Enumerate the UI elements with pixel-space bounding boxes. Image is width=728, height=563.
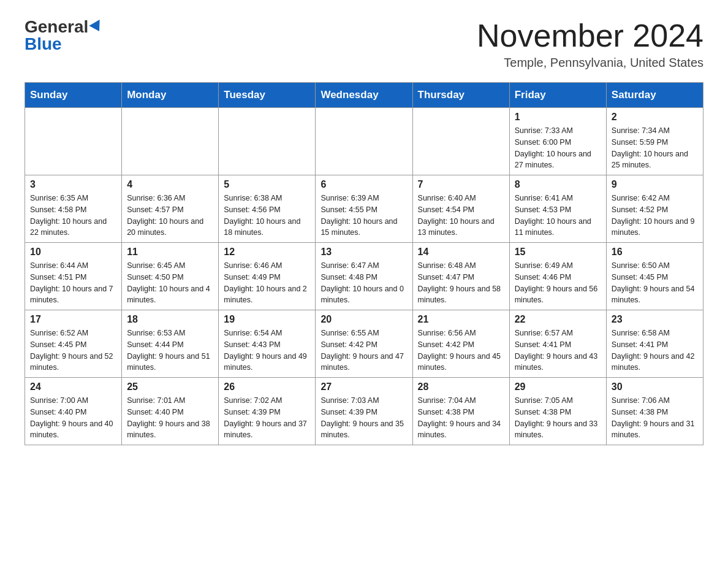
weekday-header-sunday: Sunday (25, 83, 122, 108)
calendar-cell: 12Sunrise: 6:46 AMSunset: 4:49 PMDayligh… (219, 243, 316, 310)
calendar-week-2: 3Sunrise: 6:35 AMSunset: 4:58 PMDaylight… (25, 175, 703, 243)
day-info: Sunrise: 6:50 AMSunset: 4:45 PMDaylight:… (612, 260, 698, 306)
day-info: Sunrise: 6:58 AMSunset: 4:41 PMDaylight:… (612, 327, 698, 373)
calendar-cell: 15Sunrise: 6:49 AMSunset: 4:46 PMDayligh… (509, 243, 606, 310)
day-number: 21 (418, 314, 504, 325)
day-info: Sunrise: 7:05 AMSunset: 4:38 PMDaylight:… (515, 395, 601, 441)
calendar-cell: 1Sunrise: 7:33 AMSunset: 6:00 PMDaylight… (509, 108, 606, 175)
calendar-week-5: 24Sunrise: 7:00 AMSunset: 4:40 PMDayligh… (25, 378, 703, 445)
calendar-header: SundayMondayTuesdayWednesdayThursdayFrid… (25, 83, 703, 108)
calendar-cell: 2Sunrise: 7:34 AMSunset: 5:59 PMDaylight… (606, 108, 703, 175)
calendar-cell: 6Sunrise: 6:39 AMSunset: 4:55 PMDaylight… (316, 175, 412, 243)
logo: General Blue (25, 18, 103, 53)
weekday-header-monday: Monday (122, 83, 219, 108)
day-info: Sunrise: 6:36 AMSunset: 4:57 PMDaylight:… (127, 193, 213, 239)
weekday-header-saturday: Saturday (606, 83, 703, 108)
day-info: Sunrise: 7:04 AMSunset: 4:38 PMDaylight:… (418, 395, 504, 441)
day-number: 1 (515, 112, 601, 123)
day-info: Sunrise: 7:01 AMSunset: 4:40 PMDaylight:… (127, 395, 213, 441)
day-info: Sunrise: 6:41 AMSunset: 4:53 PMDaylight:… (515, 193, 601, 239)
calendar-week-4: 17Sunrise: 6:52 AMSunset: 4:45 PMDayligh… (25, 310, 703, 378)
day-info: Sunrise: 6:49 AMSunset: 4:46 PMDaylight:… (515, 260, 601, 306)
day-info: Sunrise: 6:46 AMSunset: 4:49 PMDaylight:… (224, 260, 310, 306)
calendar-cell: 29Sunrise: 7:05 AMSunset: 4:38 PMDayligh… (509, 378, 606, 445)
day-number: 17 (30, 314, 116, 325)
calendar-cell: 11Sunrise: 6:45 AMSunset: 4:50 PMDayligh… (122, 243, 219, 310)
day-info: Sunrise: 6:53 AMSunset: 4:44 PMDaylight:… (127, 327, 213, 373)
calendar-cell: 27Sunrise: 7:03 AMSunset: 4:39 PMDayligh… (316, 378, 412, 445)
day-number: 25 (127, 381, 213, 393)
calendar-cell: 22Sunrise: 6:57 AMSunset: 4:41 PMDayligh… (509, 310, 606, 378)
day-info: Sunrise: 6:35 AMSunset: 4:58 PMDaylight:… (30, 193, 116, 239)
logo-triangle-icon (89, 20, 105, 34)
day-number: 27 (320, 381, 407, 393)
calendar-cell: 26Sunrise: 7:02 AMSunset: 4:39 PMDayligh… (219, 378, 316, 445)
calendar-cell: 5Sunrise: 6:38 AMSunset: 4:56 PMDaylight… (219, 175, 316, 243)
weekday-header-tuesday: Tuesday (219, 83, 316, 108)
weekday-header-row: SundayMondayTuesdayWednesdayThursdayFrid… (25, 83, 703, 108)
weekday-header-thursday: Thursday (412, 83, 509, 108)
day-number: 3 (30, 179, 116, 190)
day-number: 5 (224, 179, 310, 190)
calendar-cell (316, 108, 412, 175)
day-number: 16 (612, 247, 698, 258)
day-info: Sunrise: 7:00 AMSunset: 4:40 PMDaylight:… (30, 395, 116, 441)
day-info: Sunrise: 7:33 AMSunset: 6:00 PMDaylight:… (515, 125, 601, 171)
day-number: 14 (418, 247, 504, 258)
calendar-cell: 16Sunrise: 6:50 AMSunset: 4:45 PMDayligh… (606, 243, 703, 310)
logo-general-text: General (25, 18, 88, 36)
title-section: November 2024 Temple, Pennsylvania, Unit… (477, 18, 703, 70)
day-number: 19 (224, 314, 310, 325)
day-number: 10 (30, 247, 116, 258)
calendar-cell: 8Sunrise: 6:41 AMSunset: 4:53 PMDaylight… (509, 175, 606, 243)
day-number: 13 (320, 247, 407, 258)
day-number: 22 (515, 314, 601, 325)
calendar-cell: 23Sunrise: 6:58 AMSunset: 4:41 PMDayligh… (606, 310, 703, 378)
day-info: Sunrise: 6:44 AMSunset: 4:51 PMDaylight:… (30, 260, 116, 306)
day-info: Sunrise: 6:56 AMSunset: 4:42 PMDaylight:… (418, 327, 504, 373)
day-info: Sunrise: 6:54 AMSunset: 4:43 PMDaylight:… (224, 327, 310, 373)
day-info: Sunrise: 6:55 AMSunset: 4:42 PMDaylight:… (320, 327, 407, 373)
day-info: Sunrise: 6:47 AMSunset: 4:48 PMDaylight:… (320, 260, 407, 306)
day-info: Sunrise: 6:52 AMSunset: 4:45 PMDaylight:… (30, 327, 116, 373)
day-info: Sunrise: 6:45 AMSunset: 4:50 PMDaylight:… (127, 260, 213, 306)
day-number: 6 (320, 179, 407, 190)
day-number: 15 (515, 247, 601, 258)
day-number: 2 (612, 112, 698, 123)
calendar-week-1: 1Sunrise: 7:33 AMSunset: 6:00 PMDaylight… (25, 108, 703, 175)
day-number: 20 (320, 314, 407, 325)
day-info: Sunrise: 6:39 AMSunset: 4:55 PMDaylight:… (320, 193, 407, 239)
calendar-cell: 3Sunrise: 6:35 AMSunset: 4:58 PMDaylight… (25, 175, 122, 243)
calendar-cell (412, 108, 509, 175)
calendar-cell (122, 108, 219, 175)
day-info: Sunrise: 6:48 AMSunset: 4:47 PMDaylight:… (418, 260, 504, 306)
day-info: Sunrise: 7:02 AMSunset: 4:39 PMDaylight:… (224, 395, 310, 441)
calendar-cell: 18Sunrise: 6:53 AMSunset: 4:44 PMDayligh… (122, 310, 219, 378)
calendar-cell: 14Sunrise: 6:48 AMSunset: 4:47 PMDayligh… (412, 243, 509, 310)
day-number: 24 (30, 381, 116, 393)
day-number: 26 (224, 381, 310, 393)
location-text: Temple, Pennsylvania, United States (477, 56, 703, 70)
logo-blue-text: Blue (25, 36, 62, 53)
weekday-header-wednesday: Wednesday (316, 83, 412, 108)
calendar-cell: 17Sunrise: 6:52 AMSunset: 4:45 PMDayligh… (25, 310, 122, 378)
calendar-body: 1Sunrise: 7:33 AMSunset: 6:00 PMDaylight… (25, 108, 703, 445)
calendar-cell (25, 108, 122, 175)
calendar-cell: 24Sunrise: 7:00 AMSunset: 4:40 PMDayligh… (25, 378, 122, 445)
day-number: 30 (612, 381, 698, 393)
calendar-week-3: 10Sunrise: 6:44 AMSunset: 4:51 PMDayligh… (25, 243, 703, 310)
day-info: Sunrise: 7:06 AMSunset: 4:38 PMDaylight:… (612, 395, 698, 441)
day-info: Sunrise: 7:34 AMSunset: 5:59 PMDaylight:… (612, 125, 698, 171)
day-number: 9 (612, 179, 698, 190)
weekday-header-friday: Friday (509, 83, 606, 108)
day-number: 4 (127, 179, 213, 190)
day-number: 29 (515, 381, 601, 393)
calendar-table: SundayMondayTuesdayWednesdayThursdayFrid… (25, 82, 703, 445)
month-title: November 2024 (477, 18, 703, 53)
calendar-cell: 30Sunrise: 7:06 AMSunset: 4:38 PMDayligh… (606, 378, 703, 445)
day-number: 11 (127, 247, 213, 258)
day-info: Sunrise: 6:40 AMSunset: 4:54 PMDaylight:… (418, 193, 504, 239)
calendar-cell: 13Sunrise: 6:47 AMSunset: 4:48 PMDayligh… (316, 243, 412, 310)
day-number: 7 (418, 179, 504, 190)
day-number: 18 (127, 314, 213, 325)
